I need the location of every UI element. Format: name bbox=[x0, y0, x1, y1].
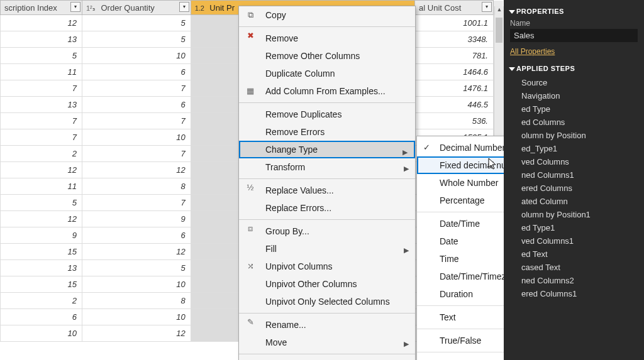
menu-item-copy[interactable]: ⧉Copy bbox=[239, 6, 415, 24]
cell-description-index[interactable]: 7 bbox=[1, 113, 82, 129]
cell-description-index[interactable]: 11 bbox=[1, 64, 82, 80]
cell-description-index[interactable]: 5 bbox=[1, 195, 82, 211]
submenu-arrow-icon: ▶ bbox=[404, 244, 409, 256]
cell-order-quantity[interactable]: 6 bbox=[82, 227, 191, 244]
menu-item-remove-duplicates[interactable]: Remove Duplicates bbox=[239, 102, 415, 123]
cell-unit-cost[interactable]: 536. bbox=[415, 113, 494, 129]
menu-item-rename[interactable]: ✎Rename... bbox=[239, 313, 415, 334]
menu-item-add-column-from-examples[interactable]: ▦Add Column From Examples... bbox=[239, 82, 415, 100]
applied-step[interactable]: ered Columns bbox=[510, 182, 644, 195]
applied-step[interactable]: ved Columns bbox=[510, 155, 644, 168]
cell-description-index[interactable]: 15 bbox=[1, 244, 82, 260]
scroll-up-arrow-icon[interactable]: ▲ bbox=[494, 6, 504, 15]
cell-description-index[interactable]: 15 bbox=[1, 276, 82, 293]
menu-item-remove-errors[interactable]: Remove Errors bbox=[239, 123, 415, 141]
cell-description-index[interactable]: 12 bbox=[1, 211, 82, 227]
cell-order-quantity[interactable]: 5 bbox=[82, 31, 191, 48]
scrollbar-thumb[interactable] bbox=[496, 18, 502, 43]
menu-item-replace-errors[interactable]: Replace Errors... bbox=[239, 199, 415, 217]
cell-order-quantity[interactable]: 8 bbox=[82, 293, 191, 309]
applied-step[interactable]: cased Text bbox=[510, 261, 644, 274]
menu-item-unpivot-selected-columns[interactable]: Unpivot Only Selected Columns bbox=[239, 293, 415, 310]
filter-dropdown-icon[interactable]: ▾ bbox=[482, 2, 492, 12]
cell-order-quantity[interactable]: 12 bbox=[82, 325, 191, 342]
applied-step[interactable]: ered Columns1 bbox=[510, 287, 644, 300]
cell-order-quantity[interactable]: 10 bbox=[82, 276, 191, 293]
menu-item-unpivot-columns[interactable]: ⤮Unpivot Columns bbox=[239, 258, 415, 275]
applied-step[interactable]: ed Text bbox=[510, 248, 644, 261]
applied-step[interactable]: ed Type1 bbox=[510, 221, 644, 234]
applied-step[interactable]: Source bbox=[510, 76, 644, 89]
cell-description-index[interactable]: 6 bbox=[1, 309, 82, 325]
menu-item-drill-down[interactable]: Drill Down bbox=[239, 354, 415, 360]
cell-description-index[interactable]: 13 bbox=[1, 31, 82, 48]
cell-description-index[interactable]: 5 bbox=[1, 48, 82, 64]
column-header-label: al Unit Cost bbox=[419, 3, 461, 13]
cell-description-index[interactable]: 10 bbox=[1, 325, 82, 342]
applied-step[interactable]: ved Columns1 bbox=[510, 234, 644, 248]
cell-order-quantity[interactable]: 12 bbox=[82, 162, 191, 178]
applied-step[interactable]: ed_Type1 bbox=[510, 142, 644, 155]
column-header-order-quantity[interactable]: 1²₃ Order Quantity ▾ bbox=[82, 1, 191, 15]
menu-item-replace-values[interactable]: ½Replace Values... bbox=[239, 178, 415, 199]
column-header-unit-cost[interactable]: al Unit Cost ▾ bbox=[415, 1, 494, 15]
applied-step[interactable]: olumn by Position bbox=[510, 129, 644, 142]
cell-order-quantity[interactable]: 12 bbox=[82, 244, 191, 260]
datatype-integer-icon: 1²₃ bbox=[86, 4, 99, 13]
cell-order-quantity[interactable]: 8 bbox=[82, 178, 191, 195]
menu-item-unpivot-other-columns[interactable]: Unpivot Other Columns bbox=[239, 275, 415, 293]
cell-unit-cost[interactable]: 1476.1 bbox=[415, 80, 494, 97]
cell-unit-cost[interactable]: 781. bbox=[415, 48, 494, 64]
applied-step[interactable]: ned Columns2 bbox=[510, 274, 644, 287]
cell-order-quantity[interactable]: 7 bbox=[82, 113, 191, 129]
applied-step[interactable]: ed Type bbox=[510, 102, 644, 116]
cell-order-quantity[interactable]: 7 bbox=[82, 80, 191, 97]
filter-dropdown-icon[interactable]: ▾ bbox=[179, 2, 189, 12]
cell-order-quantity[interactable]: 5 bbox=[82, 260, 191, 276]
cell-order-quantity[interactable]: 10 bbox=[82, 48, 191, 64]
menu-item-fill[interactable]: Fill▶ bbox=[239, 240, 415, 258]
menu-item-remove-other-columns[interactable]: Remove Other Columns bbox=[239, 47, 415, 65]
applied-step[interactable]: ed Columns bbox=[510, 116, 644, 129]
properties-header[interactable]: PROPERTIES bbox=[510, 8, 644, 15]
applied-step[interactable]: ned Columns1 bbox=[510, 168, 644, 182]
cell-description-index[interactable]: 2 bbox=[1, 293, 82, 309]
name-label: Name bbox=[510, 19, 644, 28]
cell-unit-cost[interactable]: 1464.6 bbox=[415, 64, 494, 80]
cell-description-index[interactable]: 11 bbox=[1, 178, 82, 195]
cell-unit-cost[interactable]: 446.5 bbox=[415, 97, 494, 113]
cell-order-quantity[interactable]: 10 bbox=[82, 309, 191, 325]
menu-item-remove[interactable]: ✖Remove bbox=[239, 26, 415, 47]
menu-item-group-by[interactable]: ⧈Group By... bbox=[239, 219, 415, 240]
cell-description-index[interactable]: 13 bbox=[1, 260, 82, 276]
cell-description-index[interactable]: 12 bbox=[1, 15, 82, 31]
applied-step[interactable]: ated Column bbox=[510, 195, 644, 208]
filter-dropdown-icon[interactable]: ▾ bbox=[70, 2, 80, 12]
applied-steps-header[interactable]: APPLIED STEPS bbox=[510, 65, 644, 72]
column-header-description-index[interactable]: scription Index ▾ bbox=[1, 1, 82, 15]
applied-step[interactable]: Navigation bbox=[510, 89, 644, 102]
cell-description-index[interactable]: 12 bbox=[1, 162, 82, 178]
cell-description-index[interactable]: 9 bbox=[1, 227, 82, 244]
cell-order-quantity[interactable]: 6 bbox=[82, 64, 191, 80]
menu-item-transform[interactable]: Transform▶ bbox=[239, 158, 415, 176]
cell-order-quantity[interactable]: 7 bbox=[82, 195, 191, 211]
cell-description-index[interactable]: 7 bbox=[1, 80, 82, 97]
all-properties-link[interactable]: All Properties bbox=[510, 47, 555, 56]
cell-unit-cost[interactable]: 3348. bbox=[415, 31, 494, 48]
cell-order-quantity[interactable]: 5 bbox=[82, 15, 191, 31]
cell-description-index[interactable]: 13 bbox=[1, 97, 82, 113]
cell-unit-cost[interactable]: 1001.1 bbox=[415, 15, 494, 31]
expander-icon bbox=[509, 67, 515, 71]
cell-order-quantity[interactable]: 9 bbox=[82, 211, 191, 227]
cell-order-quantity[interactable]: 6 bbox=[82, 97, 191, 113]
menu-item-duplicate-column[interactable]: Duplicate Column bbox=[239, 65, 415, 82]
cell-description-index[interactable]: 2 bbox=[1, 146, 82, 162]
cell-order-quantity[interactable]: 7 bbox=[82, 146, 191, 162]
menu-item-move[interactable]: Move▶ bbox=[239, 334, 415, 351]
cell-order-quantity[interactable]: 10 bbox=[82, 129, 191, 146]
menu-item-change-type[interactable]: Change Type▶ bbox=[239, 141, 415, 158]
query-name-input[interactable]: Sales bbox=[510, 29, 638, 42]
cell-description-index[interactable]: 7 bbox=[1, 129, 82, 146]
applied-step[interactable]: olumn by Position1 bbox=[510, 208, 644, 221]
